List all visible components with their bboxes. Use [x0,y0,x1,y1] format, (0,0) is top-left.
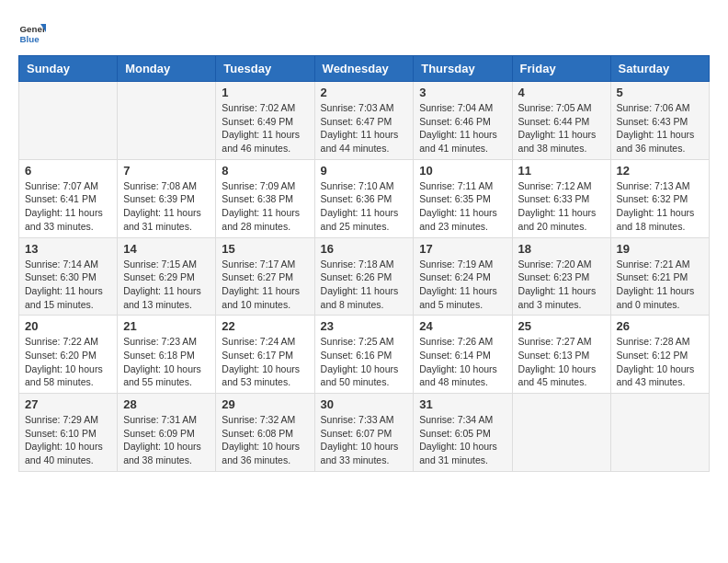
calendar-cell: 28Sunrise: 7:31 AM Sunset: 6:09 PM Dayli… [118,394,216,472]
day-info: Sunrise: 7:14 AM Sunset: 6:30 PM Dayligh… [25,258,111,312]
day-number: 19 [617,242,703,256]
day-info: Sunrise: 7:28 AM Sunset: 6:12 PM Dayligh… [617,335,703,389]
calendar-week-3: 13Sunrise: 7:14 AM Sunset: 6:30 PM Dayli… [19,237,710,316]
calendar-cell: 3Sunrise: 7:04 AM Sunset: 6:46 PM Daylig… [414,82,512,160]
day-info: Sunrise: 7:09 AM Sunset: 6:38 PM Dayligh… [222,179,308,234]
logo: General Blue [18,18,46,46]
calendar-cell: 16Sunrise: 7:18 AM Sunset: 6:26 PM Dayli… [314,237,414,316]
day-info: Sunrise: 7:22 AM Sunset: 6:20 PM Dayligh… [25,335,111,389]
calendar-cell: 13Sunrise: 7:14 AM Sunset: 6:30 PM Dayli… [19,237,118,316]
calendar-cell: 10Sunrise: 7:11 AM Sunset: 6:35 PM Dayli… [414,159,512,237]
calendar-cell: 7Sunrise: 7:08 AM Sunset: 6:39 PM Daylig… [118,159,216,237]
day-number: 13 [25,242,111,256]
calendar-week-4: 20Sunrise: 7:22 AM Sunset: 6:20 PM Dayli… [19,316,710,394]
day-number: 27 [25,397,111,411]
day-number: 5 [617,86,703,99]
calendar-cell: 12Sunrise: 7:13 AM Sunset: 6:32 PM Dayli… [610,159,709,237]
day-number: 17 [419,242,506,256]
day-info: Sunrise: 7:12 AM Sunset: 6:33 PM Dayligh… [518,179,605,234]
calendar-cell: 25Sunrise: 7:27 AM Sunset: 6:13 PM Dayli… [512,316,610,394]
day-info: Sunrise: 7:10 AM Sunset: 6:36 PM Dayligh… [321,179,408,234]
calendar-week-1: 1Sunrise: 7:02 AM Sunset: 6:49 PM Daylig… [19,82,710,160]
calendar-cell: 19Sunrise: 7:21 AM Sunset: 6:21 PM Dayli… [610,237,709,316]
calendar-week-2: 6Sunrise: 7:07 AM Sunset: 6:41 PM Daylig… [19,159,710,237]
day-number: 16 [321,242,408,256]
calendar-cell: 5Sunrise: 7:06 AM Sunset: 6:43 PM Daylig… [610,82,709,160]
calendar-cell: 31Sunrise: 7:34 AM Sunset: 6:05 PM Dayli… [414,394,512,472]
day-number: 8 [222,164,308,178]
calendar-cell: 29Sunrise: 7:32 AM Sunset: 6:08 PM Dayli… [216,394,314,472]
calendar-table: SundayMondayTuesdayWednesdayThursdayFrid… [18,55,710,472]
day-info: Sunrise: 7:18 AM Sunset: 6:26 PM Dayligh… [321,258,408,312]
day-info: Sunrise: 7:19 AM Sunset: 6:24 PM Dayligh… [419,258,506,312]
day-info: Sunrise: 7:21 AM Sunset: 6:21 PM Dayligh… [617,258,703,312]
day-number: 24 [419,319,506,333]
day-number: 2 [321,86,408,99]
day-info: Sunrise: 7:32 AM Sunset: 6:08 PM Dayligh… [222,413,308,467]
calendar-cell: 1Sunrise: 7:02 AM Sunset: 6:49 PM Daylig… [216,82,314,160]
day-number: 1 [222,86,308,99]
weekday-header-sunday: Sunday [19,56,118,82]
calendar-cell: 8Sunrise: 7:09 AM Sunset: 6:38 PM Daylig… [216,159,314,237]
day-info: Sunrise: 7:08 AM Sunset: 6:39 PM Dayligh… [123,179,210,234]
calendar-cell: 15Sunrise: 7:17 AM Sunset: 6:27 PM Dayli… [216,237,314,316]
calendar-cell [118,82,216,160]
calendar-cell: 11Sunrise: 7:12 AM Sunset: 6:33 PM Dayli… [512,159,610,237]
day-number: 9 [321,164,408,178]
weekday-header-row: SundayMondayTuesdayWednesdayThursdayFrid… [19,56,710,82]
calendar-cell [512,394,610,472]
day-number: 28 [123,397,210,411]
calendar-body: 1Sunrise: 7:02 AM Sunset: 6:49 PM Daylig… [19,82,710,472]
calendar-cell: 30Sunrise: 7:33 AM Sunset: 6:07 PM Dayli… [314,394,414,472]
day-number: 31 [419,397,506,411]
weekday-header-thursday: Thursday [414,56,512,82]
page-header: General Blue [18,18,710,46]
calendar-cell: 18Sunrise: 7:20 AM Sunset: 6:23 PM Dayli… [512,237,610,316]
day-number: 22 [222,319,308,333]
day-info: Sunrise: 7:31 AM Sunset: 6:09 PM Dayligh… [123,413,210,467]
calendar-cell: 4Sunrise: 7:05 AM Sunset: 6:44 PM Daylig… [512,82,610,160]
calendar-cell [19,82,118,160]
day-info: Sunrise: 7:02 AM Sunset: 6:49 PM Dayligh… [222,101,308,155]
calendar-week-5: 27Sunrise: 7:29 AM Sunset: 6:10 PM Dayli… [19,394,710,472]
day-info: Sunrise: 7:27 AM Sunset: 6:13 PM Dayligh… [518,335,605,389]
weekday-header-tuesday: Tuesday [216,56,314,82]
day-info: Sunrise: 7:15 AM Sunset: 6:29 PM Dayligh… [123,258,210,312]
day-info: Sunrise: 7:03 AM Sunset: 6:47 PM Dayligh… [321,101,408,155]
day-info: Sunrise: 7:34 AM Sunset: 6:05 PM Dayligh… [419,413,506,467]
calendar-cell: 6Sunrise: 7:07 AM Sunset: 6:41 PM Daylig… [19,159,118,237]
day-info: Sunrise: 7:07 AM Sunset: 6:41 PM Dayligh… [25,179,111,234]
day-number: 18 [518,242,605,256]
calendar-cell: 17Sunrise: 7:19 AM Sunset: 6:24 PM Dayli… [414,237,512,316]
day-number: 23 [321,319,408,333]
day-info: Sunrise: 7:23 AM Sunset: 6:18 PM Dayligh… [123,335,210,389]
day-info: Sunrise: 7:04 AM Sunset: 6:46 PM Dayligh… [419,101,506,155]
weekday-header-saturday: Saturday [610,56,709,82]
svg-text:Blue: Blue [20,34,40,44]
calendar-cell: 14Sunrise: 7:15 AM Sunset: 6:29 PM Dayli… [118,237,216,316]
calendar-cell: 2Sunrise: 7:03 AM Sunset: 6:47 PM Daylig… [314,82,414,160]
calendar-cell: 24Sunrise: 7:26 AM Sunset: 6:14 PM Dayli… [414,316,512,394]
day-number: 26 [617,319,703,333]
calendar-header: SundayMondayTuesdayWednesdayThursdayFrid… [19,56,710,82]
weekday-header-monday: Monday [118,56,216,82]
day-number: 25 [518,319,605,333]
calendar-cell: 20Sunrise: 7:22 AM Sunset: 6:20 PM Dayli… [19,316,118,394]
day-info: Sunrise: 7:06 AM Sunset: 6:43 PM Dayligh… [617,101,703,155]
calendar-cell: 27Sunrise: 7:29 AM Sunset: 6:10 PM Dayli… [19,394,118,472]
day-info: Sunrise: 7:25 AM Sunset: 6:16 PM Dayligh… [321,335,408,389]
day-info: Sunrise: 7:29 AM Sunset: 6:10 PM Dayligh… [25,413,111,467]
day-number: 10 [419,164,506,178]
logo-icon: General Blue [18,18,46,46]
day-number: 3 [419,86,506,99]
day-info: Sunrise: 7:20 AM Sunset: 6:23 PM Dayligh… [518,258,605,312]
day-number: 12 [617,164,703,178]
day-number: 7 [123,164,210,178]
calendar-cell: 26Sunrise: 7:28 AM Sunset: 6:12 PM Dayli… [610,316,709,394]
day-number: 29 [222,397,308,411]
calendar-cell [610,394,709,472]
calendar-cell: 21Sunrise: 7:23 AM Sunset: 6:18 PM Dayli… [118,316,216,394]
day-number: 6 [25,164,111,178]
day-number: 4 [518,86,605,99]
day-info: Sunrise: 7:17 AM Sunset: 6:27 PM Dayligh… [222,258,308,312]
